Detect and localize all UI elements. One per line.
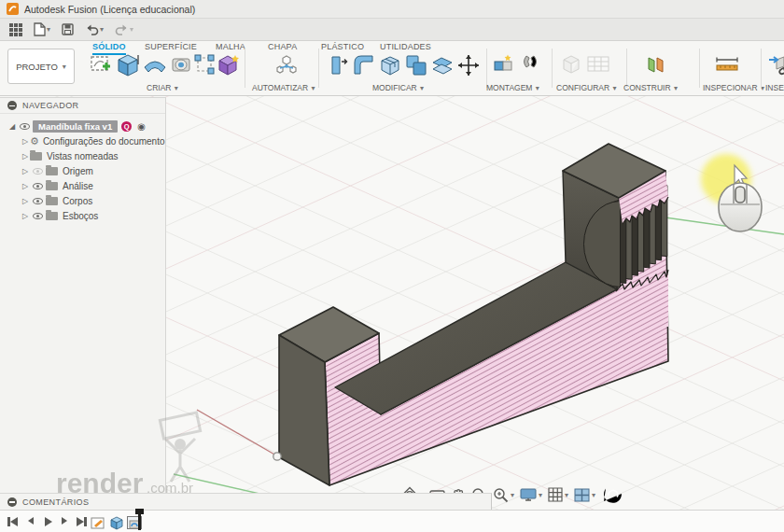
group-modificar[interactable]: MODIFICAR ▾	[372, 83, 424, 92]
timeline-skip-end-button[interactable]	[77, 517, 87, 526]
timeline-sketch-feature[interactable]	[91, 516, 105, 529]
tab-utilidades[interactable]: UTILIDADES	[380, 42, 431, 51]
tree-item-label: Origem	[63, 166, 93, 176]
expand-icon[interactable]: ▷	[21, 182, 30, 190]
configure-table-button[interactable]	[559, 53, 583, 77]
active-document-radio[interactable]: ◉	[137, 121, 146, 132]
visibility-eye-icon[interactable]	[33, 198, 43, 204]
timeline-bar	[0, 510, 784, 532]
construct-plane-button[interactable]	[644, 53, 668, 77]
display-settings-icon[interactable]: ▾	[520, 487, 542, 502]
chevron-down-icon: ▾	[565, 491, 568, 499]
configuration-button[interactable]	[586, 53, 610, 77]
pattern-button[interactable]	[193, 53, 217, 77]
reserved-badge: Q	[121, 121, 132, 132]
chevron-down-icon: ▾	[100, 25, 104, 34]
expand-icon[interactable]: ▷	[21, 137, 30, 146]
tab-malha[interactable]: MALHA	[216, 42, 245, 51]
folder-icon	[30, 152, 42, 161]
app-toolbar: ▾ ▾ ▾ Mandíbula fixa v1*	[0, 19, 784, 41]
visibility-eye-icon[interactable]	[33, 168, 43, 175]
viewports-icon[interactable]: ▾	[574, 488, 595, 502]
tree-item-document-settings[interactable]: ▷ ⚙ Configurações do documento	[0, 133, 165, 148]
tab-plastico[interactable]: PLÁSTICO	[321, 42, 364, 51]
grid-settings-icon[interactable]: ▾	[548, 487, 568, 502]
tree-item-label: Configurações do documento	[43, 136, 165, 147]
tab-chapa[interactable]: CHAPA	[268, 42, 297, 51]
group-configurar[interactable]: CONFIGURAR ▾	[556, 83, 617, 92]
chevron-down-icon: ▾	[63, 63, 66, 71]
chevron-down-icon: ▾	[130, 25, 133, 34]
window-title: Autodesk Fusion (Licença educacional)	[24, 4, 195, 15]
revolve-button[interactable]	[169, 53, 193, 77]
extrude-button[interactable]	[116, 53, 140, 77]
comments-title: COMENTÁRIOS	[22, 497, 89, 507]
group-montagem[interactable]: MONTAGEM ▾	[486, 83, 539, 92]
timeline-skip-start-button[interactable]	[7, 517, 18, 526]
loft-button[interactable]	[143, 53, 167, 77]
expand-open-icon[interactable]: ◢	[7, 122, 17, 131]
navigator-header[interactable]: NAVEGADOR	[0, 98, 165, 114]
file-icon[interactable]: ▾	[30, 21, 54, 39]
tree-root-label[interactable]: Mandíbula fixa v1	[33, 120, 118, 133]
shell-button[interactable]	[378, 53, 402, 77]
undo-icon[interactable]: ▾	[81, 21, 107, 39]
tree-item-bodies[interactable]: ▷ Corpos	[0, 193, 165, 208]
visibility-eye-icon[interactable]	[20, 123, 30, 130]
origin-marker[interactable]	[273, 453, 281, 460]
insert-button[interactable]	[767, 53, 784, 77]
redo-icon[interactable]: ▾	[111, 21, 137, 39]
tree-item-sketches[interactable]: ▷ Esboços	[0, 208, 165, 223]
tree-item-origin[interactable]: ▷ Origem	[0, 163, 165, 178]
collapse-panel-icon[interactable]	[7, 101, 17, 110]
timeline-extrude-feature[interactable]	[109, 516, 124, 529]
new-component-button[interactable]	[492, 53, 516, 77]
timeline-step-back-button[interactable]	[28, 517, 34, 525]
move-button[interactable]	[456, 53, 481, 77]
folder-icon	[46, 212, 58, 220]
tree-item-label: Análise	[63, 181, 93, 191]
expand-icon[interactable]: ▷	[21, 197, 30, 205]
visibility-eye-icon[interactable]	[33, 183, 43, 189]
navigator-title: NAVEGADOR	[22, 101, 78, 110]
mouse-indicator-icon	[719, 183, 762, 231]
create-sketch-button[interactable]	[89, 53, 113, 77]
joint-button[interactable]	[518, 53, 542, 77]
tree-item-label: Corpos	[63, 196, 92, 206]
app-grid-icon[interactable]	[6, 21, 26, 39]
ribbon: PROJETO ▾ SÓLIDO SUPERFÍCIE MALHA CHAPA …	[0, 41, 784, 96]
tree-root-row[interactable]: ◢ Mandíbula fixa v1 Q ◉	[0, 119, 165, 133]
visibility-eye-icon[interactable]	[33, 213, 43, 219]
timeline-step-forward-button[interactable]	[62, 517, 67, 525]
group-construir[interactable]: CONSTRUIR ▾	[623, 83, 678, 92]
project-button-label: PROJETO	[16, 62, 58, 72]
tab-superficie[interactable]: SUPERFÍCIE	[145, 42, 197, 51]
combine-button[interactable]	[404, 53, 428, 77]
timeline-play-button[interactable]	[45, 517, 52, 526]
measure-button[interactable]	[714, 53, 738, 77]
collapse-comments-icon[interactable]	[7, 497, 17, 507]
folder-icon	[46, 167, 58, 175]
save-icon[interactable]	[58, 21, 77, 39]
group-criar[interactable]: CRIAR ▾	[147, 83, 178, 92]
mesh-button[interactable]	[217, 53, 241, 77]
fillet-button[interactable]	[352, 53, 376, 77]
expand-icon[interactable]: ▷	[21, 152, 30, 161]
group-inspecionar[interactable]: INSPECIONAR ▾	[703, 83, 764, 92]
comments-panel-header[interactable]: COMENTÁRIOS	[0, 493, 492, 510]
project-button[interactable]: PROJETO ▾	[7, 49, 75, 84]
expand-icon[interactable]: ▷	[21, 212, 30, 220]
offset-face-button[interactable]	[430, 53, 455, 77]
expand-icon[interactable]: ▷	[21, 167, 30, 175]
group-inserir[interactable]: INSERIR	[765, 83, 784, 92]
fit-view-icon[interactable]: ▾	[493, 487, 514, 503]
automate-button[interactable]	[274, 53, 299, 77]
tree-item-label: Esboços	[63, 211, 98, 221]
timeline-playhead[interactable]	[138, 510, 141, 530]
fusion-logo-icon	[7, 3, 19, 15]
tree-item-analysis[interactable]: ▷ Análise	[0, 178, 165, 193]
gear-icon: ⚙	[30, 136, 39, 146]
press-pull-button[interactable]	[326, 53, 350, 77]
group-automatizar[interactable]: AUTOMATIZAR ▾	[252, 83, 315, 92]
tree-item-named-views[interactable]: ▷ Vistas nomeadas	[0, 148, 165, 163]
